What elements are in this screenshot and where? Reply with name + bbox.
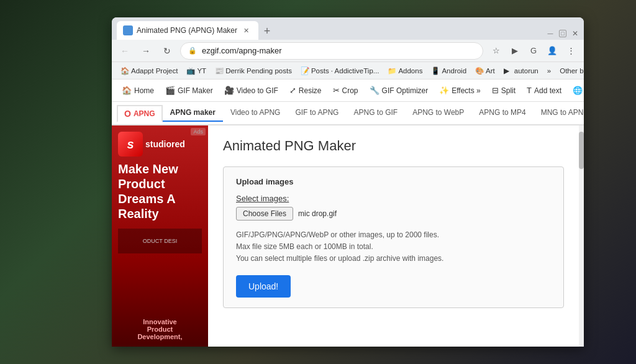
bookmark-posts[interactable]: 📝 Posts · AddictiveTip... (297, 64, 383, 78)
nav-action-icons: ☆ ▶ G 👤 ⋮ (488, 43, 579, 59)
avatar-icon[interactable]: 👤 (544, 43, 560, 59)
upload-info: GIF/JPG/PNG/APNG/WebP or other images, u… (236, 229, 551, 265)
address-bar[interactable]: 🔒 ezgif.com/apng-maker (180, 42, 483, 60)
bookmark-addons[interactable]: 📁 Addons (384, 64, 426, 78)
site-toolbar: 🏠 Home 🎬 GIF Maker 🎥 Video to GIF ⤢ Resi… (112, 80, 584, 102)
tool-gif-optimizer[interactable]: 🔧 GIF Optimizer (365, 83, 434, 98)
other-bookmarks[interactable]: Other bookmarks (556, 64, 584, 78)
tool-crop[interactable]: ✂ Crop (328, 83, 363, 98)
selected-file-name: mic drop.gif (298, 209, 337, 218)
extension-icon[interactable]: G (525, 43, 542, 59)
webp-icon: 🌐 (573, 86, 583, 95)
profile-icon[interactable]: ▶ (507, 43, 523, 59)
tool-webp[interactable]: 🌐 WebP (568, 83, 584, 98)
lock-icon: 🔒 (188, 47, 197, 55)
main-area: Ads s studiored Make NewProductDreams AR… (112, 125, 584, 347)
page-content: 🏠 Home 🎬 GIF Maker 🎥 Video to GIF ⤢ Resi… (112, 80, 584, 347)
bookmark-yt-icon: 📺 (186, 66, 195, 75)
close-button[interactable]: ✕ (571, 30, 579, 37)
tool-video-to-gif[interactable]: 🎥 Video to GIF (219, 83, 283, 98)
upload-button[interactable]: Upload! (236, 275, 291, 298)
tool-split[interactable]: ⊟ Split (487, 83, 520, 98)
effects-icon: ✨ (439, 86, 449, 95)
tool-split-label: Split (501, 86, 516, 95)
maximize-button[interactable]: □ (559, 30, 566, 37)
scrollbar[interactable] (579, 125, 584, 347)
other-bookmarks-label: Other bookmarks (560, 67, 584, 75)
bookmark-android-icon: 📱 (431, 66, 440, 75)
nav-tab-apng-maker[interactable]: APNG maker (163, 104, 223, 122)
page-title: Animated PNG Maker (223, 138, 564, 154)
browser-window: Animated PNG (APNG) Maker ✕ + — □ ✕ ← → … (112, 17, 584, 347)
active-tab[interactable]: Animated PNG (APNG) Maker ✕ (117, 21, 258, 40)
bookmark-android-label: Android (442, 67, 466, 75)
crop-icon: ✂ (333, 86, 340, 95)
main-content: Animated PNG Maker Upload images Select … (208, 125, 579, 347)
website-wrapper: 🏠 Home 🎬 GIF Maker 🎥 Video to GIF ⤢ Resi… (112, 80, 584, 347)
tool-resize[interactable]: ⤢ Resize (284, 83, 327, 98)
tool-resize-label: Resize (299, 86, 322, 95)
site-nav-tabs: O APNG APNG maker Video to APNG GIF to A… (112, 102, 584, 125)
menu-icon[interactable]: ⋮ (563, 43, 579, 59)
gif-icon: 🎬 (165, 86, 175, 95)
scrollbar-thumb[interactable] (579, 132, 584, 169)
upload-box: Upload images Select images: Choose File… (223, 166, 564, 308)
tool-home[interactable]: 🏠 Home (117, 83, 159, 98)
ad-logo: s studiored (118, 132, 202, 157)
tool-video-label: Video to GIF (237, 86, 278, 95)
bookmark-posts-icon: 📝 (301, 66, 309, 75)
bookmark-posts-label: Posts · AddictiveTip... (311, 67, 379, 75)
bookmarks-more-button[interactable]: » (543, 66, 555, 76)
nav-tab-video-to-apng[interactable]: Video to APNG (223, 104, 288, 122)
choose-files-button[interactable]: Choose Files (236, 207, 293, 221)
resize-icon: ⤢ (289, 86, 296, 95)
apng-logo-text: APNG (134, 109, 155, 118)
ad-logo-icon: s (118, 132, 143, 157)
bookmark-addons-icon: 📁 (388, 66, 396, 75)
tab-title: Animated PNG (APNG) Maker (137, 26, 237, 35)
ad-sidebar: Ads s studiored Make NewProductDreams AR… (112, 125, 208, 347)
ad-text-overlay: ODUCT DESI (118, 229, 202, 253)
split-icon: ⊟ (492, 86, 499, 95)
bookmark-adappt-icon: 🏠 (120, 66, 129, 75)
select-images-label: Select images: (236, 194, 551, 203)
file-input-row: Choose Files mic drop.gif (236, 207, 551, 221)
bookmark-derrik-label: Derrik Pending posts (225, 67, 292, 75)
apng-logo-icon: O (124, 109, 131, 119)
tab-close-button[interactable]: ✕ (241, 25, 251, 35)
forward-button[interactable]: → (138, 43, 154, 59)
bookmark-art-label: Art (486, 67, 495, 75)
nav-tab-mng-to-apng[interactable]: MNG to APNG (534, 104, 584, 122)
tab-strip: Animated PNG (APNG) Maker ✕ + (117, 21, 547, 40)
refresh-button[interactable]: ↻ (159, 43, 175, 59)
apng-logo[interactable]: O APNG (117, 105, 163, 122)
nav-tab-apng-to-mp4[interactable]: APNG to MP4 (471, 104, 533, 122)
bookmark-derrik-icon: 📰 (215, 66, 224, 75)
tool-crop-label: Crop (342, 86, 358, 95)
star-icon[interactable]: ☆ (488, 43, 504, 59)
nav-tab-gif-to-apng[interactable]: GIF to APNG (288, 104, 346, 122)
bookmark-autorun[interactable]: ▶ autorun (500, 64, 542, 78)
bookmark-adappt[interactable]: 🏠 Adappt Project (117, 64, 181, 78)
ad-subtext: Innovative Product Development, (118, 318, 202, 340)
bookmark-yt-label: YT (197, 67, 206, 75)
tool-home-label: Home (134, 86, 154, 95)
tool-add-text[interactable]: T Add text (522, 83, 566, 98)
bookmark-derrik[interactable]: 📰 Derrik Pending posts (211, 64, 296, 78)
bookmark-yt[interactable]: 📺 YT (183, 64, 210, 78)
tool-effects[interactable]: ✨ Effects » (434, 83, 485, 98)
ad-logo-text: studiored (145, 139, 185, 149)
bookmark-art[interactable]: 🎨 Art (471, 64, 499, 78)
nav-tab-apng-to-gif[interactable]: APNG to GIF (346, 104, 405, 122)
back-button[interactable]: ← (117, 43, 133, 59)
nav-tab-apng-to-webp[interactable]: APNG to WebP (405, 104, 471, 122)
text-icon: T (527, 86, 532, 95)
bookmark-adappt-label: Adappt Project (131, 67, 178, 75)
video-icon: 🎥 (224, 86, 234, 95)
minimize-button[interactable]: — (547, 30, 554, 37)
title-bar: Animated PNG (APNG) Maker ✕ + — □ ✕ (112, 17, 584, 40)
optimizer-icon: 🔧 (370, 86, 379, 95)
tool-gif-maker[interactable]: 🎬 GIF Maker (160, 83, 218, 98)
new-tab-button[interactable]: + (258, 22, 276, 40)
bookmark-android[interactable]: 📱 Android (427, 64, 470, 78)
